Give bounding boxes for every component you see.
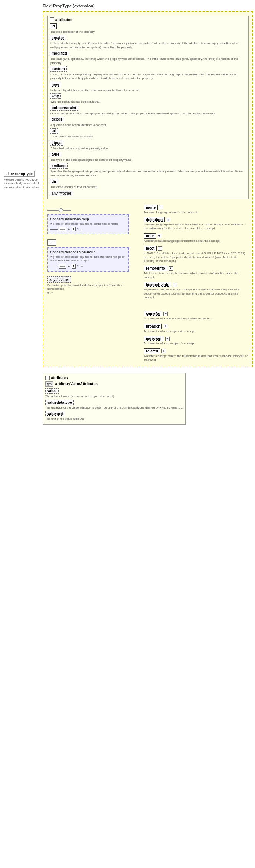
element-note-desc: Additional natural language information … (144, 239, 249, 243)
element-sameas-row: sameAs + An identifier of a concept with… (144, 311, 249, 321)
bottom-attributes-section: - attributes grp arbitraryValueAttribute… (43, 373, 253, 425)
field-pubconstraint: pubconstraint (50, 105, 246, 111)
element-narrower-desc: An identifier of a more specific concept… (144, 342, 249, 345)
field-how-box: how (50, 82, 61, 87)
concept-definition-group-desc: A group of properties required to define… (50, 222, 126, 226)
element-hierarchyinfo-desc: Represents the position of a concept in … (144, 288, 249, 299)
any-other-box: any ##other (47, 276, 71, 283)
element-name-box: name (144, 205, 158, 210)
field-creator-box: creator (50, 35, 66, 40)
element-broader-desc: An identifier of a more generic concept. (144, 329, 249, 333)
bottom-attributes-header: - attributes (45, 376, 183, 380)
field-valueunit-box: valueunit (45, 411, 65, 416)
any-other-section: any ##other Extension point for provider… (47, 276, 136, 295)
concept-def-range: 0...∞ (77, 228, 83, 231)
field-dir: dir (50, 179, 246, 184)
field-value-bottom-desc: The relevant value (see more in the spec… (45, 394, 183, 398)
note-plus-icon: + (157, 234, 161, 238)
main-container: FlexExtPropType Flexible generic PCL-typ… (4, 11, 253, 425)
concept-definition-group-box: ConceptDefinitionGroup A group of proper… (47, 214, 129, 234)
element-name-desc: A natural language name for the concept. (144, 211, 249, 214)
grp-arbitrary-row: grp arbitraryValueAttributes (45, 381, 183, 387)
field-modified: modified (50, 51, 246, 56)
field-pubconstraint-desc: One or many constraints that apply to pu… (50, 112, 246, 116)
element-related-row: related + A related concept, where the r… (144, 348, 249, 362)
field-creator-desc: If the attribute is empty, specifies whi… (50, 42, 246, 49)
page-title: Flex1PropType (extension) (43, 4, 253, 8)
narrower-plus-icon: + (165, 337, 170, 341)
concept-definition-group-label: ConceptDefinitionGroup (50, 217, 126, 221)
field-how-desc: Indicates by which means the value was e… (50, 88, 246, 92)
field-valuedatatype-desc: The datatype of the value attribute. It … (45, 406, 183, 410)
field-literal-desc: A free-text value assigned as property v… (50, 147, 246, 150)
definition-plus-icon: + (166, 218, 170, 222)
attributes-header: - attributes (50, 17, 246, 22)
field-why-desc: Why the metadata has been included. (50, 100, 246, 104)
field-type: type (50, 152, 246, 157)
flex-ext-prop-type-desc: Flexible generic PCL-type for controlled… (4, 178, 40, 189)
any-other-mult: 0...∞ (47, 291, 136, 295)
page-wrapper: Flex1PropType (extension) FlexExtPropTyp… (0, 0, 255, 428)
element-broader-row: broader + An identifier of a more generi… (144, 324, 249, 333)
field-xmllang: xmllang (50, 163, 246, 169)
small-connector-section: ---- (47, 239, 56, 246)
field-id-box: id (50, 23, 57, 29)
element-broader-box: broader (144, 324, 162, 329)
field-any-other-top: any ##other (50, 191, 246, 196)
expand-icon[interactable]: - (50, 17, 54, 22)
field-qcode-box: qcode (50, 117, 64, 122)
element-hierarchyinfo-box: hierarchyInfo (144, 282, 171, 287)
element-remoteinfo-box: remoteInfo (144, 266, 167, 271)
main-connector (47, 208, 71, 212)
concept-rel-conn1: ---- (59, 264, 66, 269)
field-value-bottom-box: value (45, 388, 59, 394)
element-definition-row: definition + A natural language definiti… (144, 217, 249, 231)
concept-rel-connectors: ---- ► 1 0...∞ (50, 264, 126, 269)
element-related-box: related (144, 348, 160, 354)
element-definition-box: definition (144, 217, 165, 222)
field-literal-box: literal (50, 140, 63, 146)
field-custom-desc: If set to true the corresponding propert… (50, 73, 246, 81)
field-how: how (50, 82, 246, 87)
concept-def-conn1: ---- (59, 227, 66, 231)
field-valuedatatype-box: valuedatatype (45, 400, 74, 405)
element-narrower-box: narrower (144, 336, 164, 341)
field-pubconstraint-box: pubconstraint (50, 105, 78, 111)
broader-plus-icon: + (163, 324, 167, 328)
field-modified-box: modified (50, 51, 69, 56)
element-facet-row: facet + In NAR 1.8 and later, facet is d… (144, 246, 249, 263)
hierarchyinfo-plus-icon: + (173, 283, 177, 287)
concept-relationships-group-desc: A group of properties required to indica… (50, 255, 126, 263)
main-content: Flex1PropType (extension) FlexExtPropTyp… (2, 0, 255, 428)
element-facet-desc: In NAR 1.8 and later, facet is deprecate… (144, 251, 249, 263)
concept-relationships-group-label: ConceptRelationshipsGroup (50, 250, 126, 254)
field-dir-desc: The directionality of textual content. (50, 185, 246, 189)
flex1-prop-type-box: - attributes id The local identifier of … (43, 11, 253, 367)
element-remoteinfo-row: remoteInfo + A link to an item or a web … (144, 266, 249, 279)
concept-def-arrow: ► (67, 227, 71, 231)
field-modified-desc: The date (and, optionally, the time) whe… (50, 57, 246, 65)
bottom-attributes-box: - attributes grp arbitraryValueAttribute… (43, 373, 186, 425)
field-valueunit-desc: The unit of the value attribute. (45, 417, 183, 421)
bottom-expand-icon[interactable]: - (45, 376, 50, 380)
right-elements-column: name + A natural language name for the c… (144, 205, 249, 363)
concept-relationships-group-box: ConceptRelationshipsGroup A group of pro… (47, 247, 129, 272)
middle-section: ConceptDefinitionGroup A group of proper… (47, 205, 249, 363)
element-note-row: note + Additional natural language infor… (144, 233, 249, 243)
element-narrower-row: narrower + An identifier of a more speci… (144, 336, 249, 345)
element-sameas-desc: An identifier of a concept with equivale… (144, 317, 249, 321)
facet-plus-icon: + (158, 246, 162, 251)
field-literal: literal (50, 140, 246, 146)
field-xmllang-box: xmllang (50, 163, 68, 169)
field-type-box: type (50, 152, 61, 157)
element-name-row: name + A natural language name for the c… (144, 205, 249, 214)
concept-groups-column: ConceptDefinitionGroup A group of proper… (47, 205, 136, 363)
arbitrary-value-attributes-label: arbitraryValueAttributes (55, 382, 98, 386)
field-creator: creator (50, 35, 246, 40)
remoteinfo-plus-icon: + (169, 266, 173, 271)
field-dir-box: dir (50, 179, 58, 184)
field-uri-box: uri (50, 128, 58, 134)
element-hierarchyinfo-row: hierarchyInfo + Represents the position … (144, 282, 249, 299)
field-valuedatatype: valuedatatype (45, 400, 183, 405)
field-qcode-desc: A qualified code which identifies a conc… (50, 123, 246, 127)
